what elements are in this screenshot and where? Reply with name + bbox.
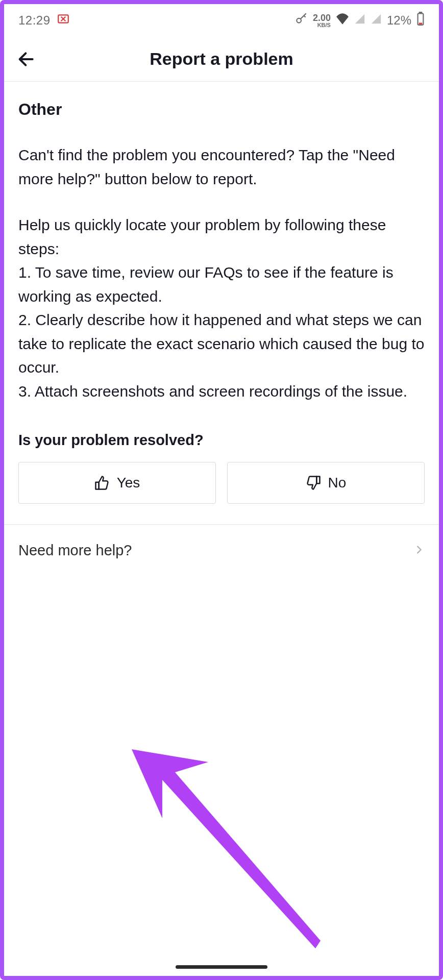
svg-rect-3 xyxy=(420,12,422,13)
thumbs-down-icon xyxy=(306,475,321,491)
no-button[interactable]: No xyxy=(227,462,425,504)
no-label: No xyxy=(328,475,347,491)
battery-icon xyxy=(416,12,425,29)
battery-percent: 12% xyxy=(387,13,411,28)
home-indicator xyxy=(176,965,267,969)
intro-paragraph: Can't find the problem you encountered? … xyxy=(18,143,425,191)
yes-label: Yes xyxy=(117,475,140,491)
wifi-icon xyxy=(336,13,349,28)
signal-icon-2 xyxy=(371,13,382,28)
svg-point-1 xyxy=(297,18,301,23)
screen-record-icon xyxy=(57,12,70,29)
status-left: 12:29 xyxy=(18,12,70,29)
network-speed: 2.00 KB/S xyxy=(313,13,331,28)
arrow-left-icon xyxy=(16,49,37,69)
need-more-help-row[interactable]: Need more help? xyxy=(18,525,425,576)
status-time: 12:29 xyxy=(18,13,51,28)
resolved-question: Is your problem resolved? xyxy=(18,432,425,449)
speed-unit: KB/S xyxy=(317,22,331,28)
steps-paragraph: Help us quickly locate your problem by f… xyxy=(18,213,425,403)
status-right: 2.00 KB/S 12% xyxy=(294,12,425,29)
speed-value: 2.00 xyxy=(313,13,331,22)
need-more-help-label: Need more help? xyxy=(18,542,132,559)
answer-row: Yes No xyxy=(18,462,425,504)
back-button[interactable] xyxy=(8,41,45,78)
page-title: Report a problem xyxy=(4,49,439,69)
key-icon xyxy=(294,12,308,29)
screenshot-frame: 12:29 2.00 KB/S xyxy=(0,0,443,980)
svg-rect-6 xyxy=(316,477,319,484)
section-title: Other xyxy=(18,100,425,119)
signal-icon-1 xyxy=(354,13,365,28)
yes-button[interactable]: Yes xyxy=(18,462,216,504)
chevron-right-icon xyxy=(413,542,425,559)
status-bar: 12:29 2.00 KB/S xyxy=(4,4,439,37)
content: Other Can't find the problem you encount… xyxy=(4,82,439,976)
svg-rect-4 xyxy=(419,23,422,24)
thumbs-up-icon xyxy=(94,475,110,491)
page-header: Report a problem xyxy=(4,37,439,82)
svg-rect-5 xyxy=(95,482,99,489)
